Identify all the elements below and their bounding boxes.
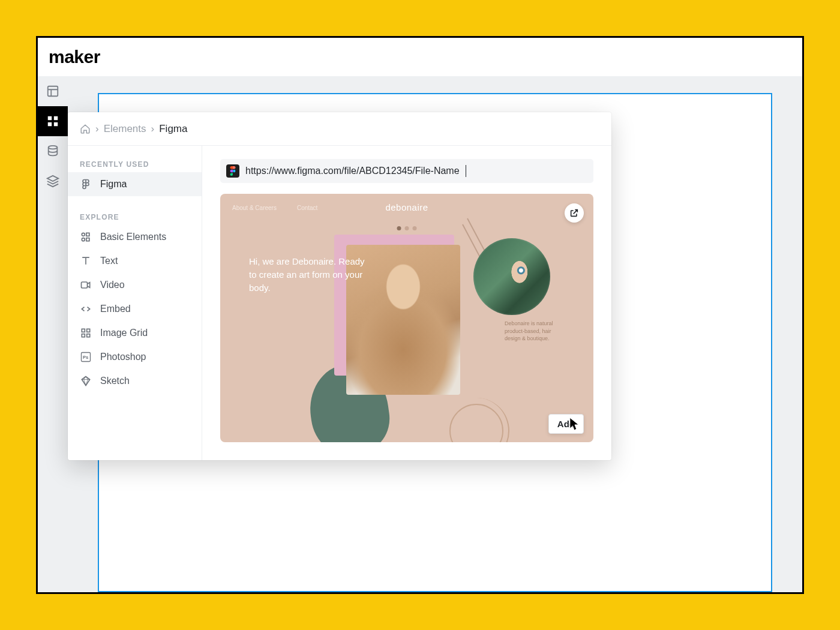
sidebar-item-image-grid[interactable]: Image Grid [68,321,202,345]
home-icon[interactable] [80,124,91,134]
app-logo: maker [49,47,100,67]
figma-url-input[interactable]: https://www.figma.com/file/ABCD12345/Fil… [220,159,593,183]
sidebar-item-figma[interactable]: Figma [68,172,202,196]
chevron-right-icon: › [151,123,155,135]
grid-icon [46,115,59,128]
rail-grid-button[interactable] [38,106,68,136]
preview-nav-item: Contact [297,205,317,211]
left-rail [38,76,68,592]
preview-brand: debonaire [385,202,428,212]
open-external-button[interactable] [565,203,584,223]
svg-rect-13 [82,334,85,337]
sidebar-item-label: Sketch [100,376,130,386]
svg-rect-3 [48,122,52,126]
figma-icon [80,178,92,190]
app-window: maker › El [36,36,804,594]
svg-rect-4 [54,122,58,126]
svg-rect-2 [54,116,58,120]
embed-icon [80,303,92,315]
sidebar-item-embed[interactable]: Embed [68,297,202,321]
svg-point-17 [233,170,235,172]
sidebar-item-label: Embed [100,304,131,314]
svg-rect-10 [82,282,88,288]
svg-rect-11 [82,329,85,332]
svg-text:Ps: Ps [83,355,88,360]
layers-icon [46,175,59,188]
svg-rect-12 [87,329,90,332]
sidebar-item-label: Image Grid [100,328,148,338]
svg-point-8 [82,238,85,241]
svg-point-5 [49,146,58,149]
preview-nav-item: About & Careers [232,205,277,211]
database-icon [46,145,59,158]
panel-content: https://www.figma.com/file/ABCD12345/Fil… [202,146,611,460]
section-recently-used: RECENTLY USED [68,154,202,172]
section-explore: EXPLORE [68,207,202,225]
text-icon [80,255,92,267]
breadcrumb: › Elements › Figma [68,112,611,146]
preview-outline-circle [449,404,503,442]
breadcrumb-elements[interactable]: Elements [104,123,146,135]
panel-sidebar: RECENTLY USED Figma EXPLORE Basic Elemen… [68,146,202,460]
figma-url-value: https://www.figma.com/file/ABCD12345/Fil… [245,166,460,176]
video-icon [80,279,92,291]
rail-layout-button[interactable] [38,76,68,106]
svg-rect-0 [48,86,58,97]
panel-body: RECENTLY USED Figma EXPLORE Basic Elemen… [68,146,611,460]
sketch-icon [80,375,92,387]
breadcrumb-current: Figma [159,123,187,135]
svg-point-6 [82,233,85,236]
sidebar-item-sketch[interactable]: Sketch [68,369,202,393]
image-grid-icon [80,327,92,339]
shapes-icon [80,231,92,243]
preview-carousel-dots [397,226,417,230]
elements-panel: › Elements › Figma RECENTLY USED Figma E… [68,112,611,460]
layout-icon [46,85,59,98]
preview-hero-text: Hi, we are Debonaire. Ready to create an… [249,255,369,294]
sidebar-item-label: Basic Elements [100,232,166,242]
svg-rect-1 [48,116,52,120]
add-button[interactable]: Add [548,414,584,434]
preview-circle-image [473,238,550,315]
titlebar: maker [38,38,802,76]
sidebar-item-video[interactable]: Video [68,273,202,297]
sidebar-item-text[interactable]: Text [68,249,202,273]
sidebar-item-label: Text [100,256,118,266]
chevron-right-icon: › [95,123,99,135]
svg-rect-9 [86,238,89,241]
sidebar-item-basic-elements[interactable]: Basic Elements [68,225,202,249]
svg-rect-14 [87,334,90,337]
external-link-icon [569,208,579,218]
photoshop-icon: Ps [80,351,92,363]
rail-database-button[interactable] [38,136,68,166]
sidebar-item-label: Figma [100,179,127,190]
sidebar-item-label: Video [100,280,125,290]
text-caret [466,165,466,177]
rail-layers-button[interactable] [38,166,68,196]
figma-badge-icon [226,164,239,178]
svg-rect-7 [86,233,89,236]
figma-preview[interactable]: About & Careers Contact debonaire [220,194,593,442]
app-body: › Elements › Figma RECENTLY USED Figma E… [38,76,802,592]
preview-nav: About & Careers Contact [232,205,317,211]
preview-subtext: Debonaire is natural product-based, hair… [505,320,565,343]
sidebar-item-label: Photoshop [100,352,146,362]
sidebar-item-photoshop[interactable]: Ps Photoshop [68,345,202,369]
